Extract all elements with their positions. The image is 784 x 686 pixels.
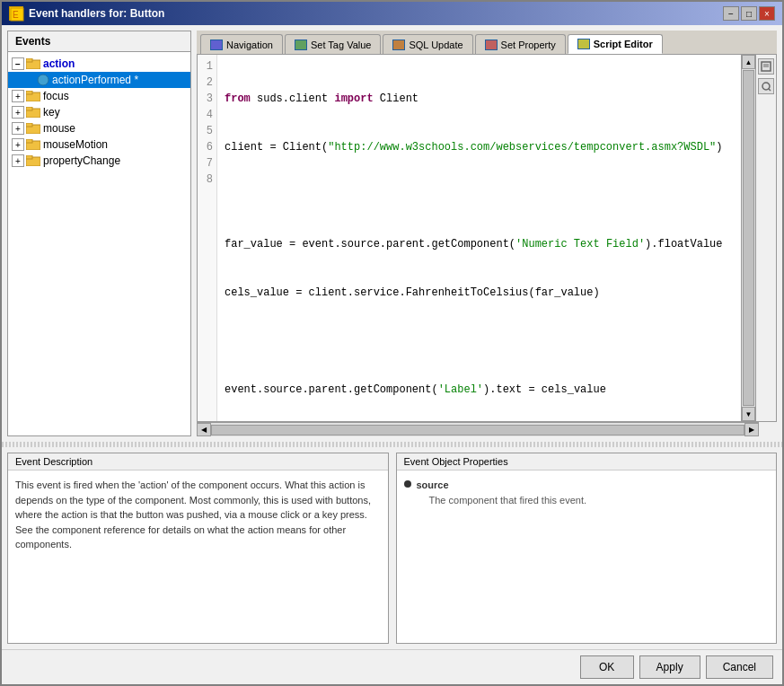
maximize-button[interactable]: □ <box>741 6 757 21</box>
line-numbers: 1 2 3 4 5 6 7 8 <box>198 55 217 421</box>
property-bullet-source <box>404 480 411 488</box>
events-header: Events <box>8 31 190 52</box>
tree-label-propertychange: propertyChange <box>43 154 120 167</box>
window-controls: − □ × <box>723 6 775 21</box>
tree-item-key[interactable]: + key <box>8 104 190 120</box>
script-editor-tab-icon <box>577 39 590 49</box>
property-desc-source: The component that fired this event. <box>429 493 587 508</box>
ok-button[interactable]: OK <box>580 655 634 679</box>
folder-icon-focus <box>26 91 40 101</box>
app-icon: E <box>9 6 23 21</box>
tree-item-action[interactable]: − action <box>8 56 190 72</box>
svg-rect-8 <box>26 107 32 110</box>
main-content: Events − action actionPerformed * <box>2 25 782 442</box>
tab-script-editor-label: Script Editor <box>594 39 653 49</box>
svg-point-18 <box>762 83 770 90</box>
folder-icon-mouse <box>26 123 40 134</box>
tab-navigation-label: Navigation <box>226 40 273 50</box>
right-panel: Navigation Set Tag Value SQL Update Set … <box>197 31 777 436</box>
scroll-left-button[interactable]: ◀ <box>197 423 211 436</box>
svg-point-4 <box>38 75 48 85</box>
cancel-button[interactable]: Cancel <box>706 655 773 679</box>
editor-icon-1[interactable] <box>758 58 774 75</box>
svg-rect-3 <box>26 58 32 62</box>
apply-button[interactable]: Apply <box>639 655 700 679</box>
minimize-button[interactable]: − <box>723 6 739 21</box>
set-tag-value-tab-icon <box>295 40 307 50</box>
scroll-thumb[interactable] <box>743 70 754 406</box>
tab-navigation[interactable]: Navigation <box>200 34 283 54</box>
property-details-source: source The component that fired this eve… <box>417 478 587 507</box>
tree-toggle-mousemotion[interactable]: + <box>12 138 24 151</box>
window-title: Event handlers for: Button <box>29 7 164 20</box>
event-properties-content: source The component that fired this eve… <box>397 471 777 643</box>
tree-label-action: action <box>43 57 75 70</box>
tab-sql-update[interactable]: SQL Update <box>383 34 472 54</box>
tab-sql-update-label: SQL Update <box>409 40 462 50</box>
tree-label-focus: focus <box>43 90 69 102</box>
scroll-up-button[interactable]: ▲ <box>742 55 755 69</box>
property-name-source: source <box>417 478 587 493</box>
event-description-header: Event Description <box>8 453 388 471</box>
tab-set-property-label: Set Property <box>501 40 556 50</box>
tree-item-mouse[interactable]: + mouse <box>8 120 190 136</box>
tree-item-mousemotion[interactable]: + mouseMotion <box>8 136 190 153</box>
event-properties-header: Event Object Properties <box>397 453 777 471</box>
footer: OK Apply Cancel <box>2 649 782 684</box>
editor-icon-2[interactable] <box>758 78 774 94</box>
scroll-thumb-h[interactable] <box>211 425 744 435</box>
svg-rect-10 <box>26 123 32 127</box>
code-line-5: cels_value = client.service.FahrenheitTo… <box>225 285 734 301</box>
code-line-2: client = Client("http://www.w3schools.co… <box>225 139 734 155</box>
scroll-right-button[interactable]: ▶ <box>744 423 759 436</box>
tree-toggle-action[interactable]: − <box>12 57 24 70</box>
tree-label-key: key <box>43 106 60 119</box>
tab-set-property[interactable]: Set Property <box>475 34 566 54</box>
tree-toggle-mouse[interactable]: + <box>12 122 24 135</box>
tree-toggle-propertychange[interactable]: + <box>12 154 24 167</box>
code-content[interactable]: from suds.client import Client client = … <box>217 55 741 421</box>
folder-icon-mousemotion <box>26 139 40 150</box>
tree-item-actionperformed[interactable]: actionPerformed * <box>8 72 190 88</box>
folder-icon-key <box>26 107 40 118</box>
tree-item-propertychange[interactable]: + propertyChange <box>8 153 190 169</box>
editor-action-icons <box>755 55 776 421</box>
close-button[interactable]: × <box>759 6 775 21</box>
tree-label-mouse: mouse <box>43 122 75 135</box>
folder-icon-propertychange <box>26 155 40 166</box>
events-panel: Events − action actionPerformed * <box>7 31 191 436</box>
svg-line-19 <box>769 89 771 91</box>
tabs-bar: Navigation Set Tag Value SQL Update Set … <box>197 31 777 54</box>
tree-label-actionperformed: actionPerformed * <box>52 74 138 86</box>
code-editor: 1 2 3 4 5 6 7 8 from suds.client import … <box>197 54 777 422</box>
event-properties-panel: Event Object Properties source The compo… <box>396 453 778 644</box>
event-description-content: This event is fired when the 'action' of… <box>8 471 388 643</box>
code-line-6 <box>225 333 734 349</box>
title-bar-left: E Event handlers for: Button <box>9 6 164 21</box>
tree-item-focus[interactable]: + focus <box>8 88 190 104</box>
events-tree: − action actionPerformed * + <box>8 52 190 435</box>
property-item-source: source The component that fired this eve… <box>404 478 770 507</box>
sql-update-tab-icon <box>392 40 405 50</box>
node-icon-actionperformed <box>37 74 49 86</box>
svg-text:E: E <box>13 10 19 20</box>
title-bar: E Event handlers for: Button − □ × <box>2 2 782 25</box>
tab-script-editor[interactable]: Script Editor <box>568 34 663 54</box>
code-line-4: far_value = event.source.parent.getCompo… <box>225 236 734 252</box>
event-description-panel: Event Description This event is fired wh… <box>7 453 389 644</box>
scroll-down-button[interactable]: ▼ <box>742 407 755 421</box>
svg-rect-14 <box>26 155 32 159</box>
tree-toggle-focus[interactable]: + <box>12 90 24 102</box>
tab-set-tag-value[interactable]: Set Tag Value <box>285 34 381 54</box>
set-property-tab-icon <box>485 40 498 50</box>
code-line-1: from suds.client import Client <box>225 91 734 107</box>
tree-label-mousemotion: mouseMotion <box>43 138 108 151</box>
code-line-7: event.source.parent.getComponent('Label'… <box>225 382 734 398</box>
tree-toggle-key[interactable]: + <box>12 106 24 119</box>
bottom-section: Event Description This event is fired wh… <box>2 447 782 649</box>
svg-rect-6 <box>26 91 32 94</box>
horizontal-scrollbar[interactable]: ◀ ▶ <box>197 422 759 436</box>
main-window: E Event handlers for: Button − □ × Event… <box>0 0 784 686</box>
svg-rect-12 <box>26 139 32 143</box>
vertical-scrollbar[interactable]: ▲ ▼ <box>741 55 755 421</box>
